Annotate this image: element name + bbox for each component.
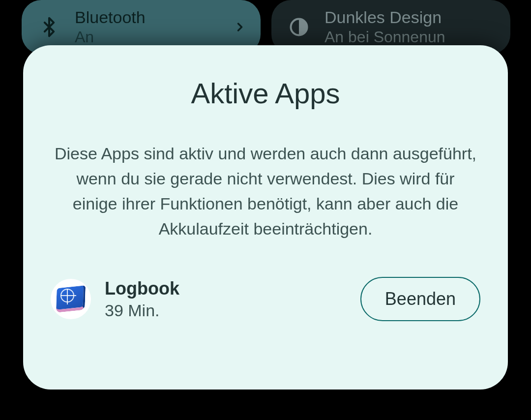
bluetooth-icon <box>35 13 63 41</box>
qs-bluetooth-text: Bluetooth An <box>75 8 221 46</box>
app-name: Logbook <box>105 278 347 299</box>
active-apps-sheet: Aktive Apps Diese Apps sind aktiv und we… <box>23 45 508 390</box>
qs-bluetooth-status: An <box>75 28 221 46</box>
dark-mode-icon <box>285 13 313 41</box>
qs-darkmode-status: An bei Sonnenun <box>324 28 497 46</box>
app-duration: 39 Min. <box>105 301 347 320</box>
qs-darkmode-text: Dunkles Design An bei Sonnenun <box>324 8 497 46</box>
sheet-description: Diese Apps sind aktiv und werden auch da… <box>47 141 484 241</box>
active-app-row: Logbook 39 Min. Beenden <box>47 273 484 325</box>
app-info: Logbook 39 Min. <box>105 278 347 320</box>
qs-darkmode-title: Dunkles Design <box>324 8 497 27</box>
app-icon-logbook <box>51 279 91 319</box>
qs-bluetooth-title: Bluetooth <box>75 8 221 27</box>
sheet-title: Aktive Apps <box>47 77 484 110</box>
chevron-right-icon <box>233 20 247 34</box>
stop-button[interactable]: Beenden <box>360 277 480 321</box>
